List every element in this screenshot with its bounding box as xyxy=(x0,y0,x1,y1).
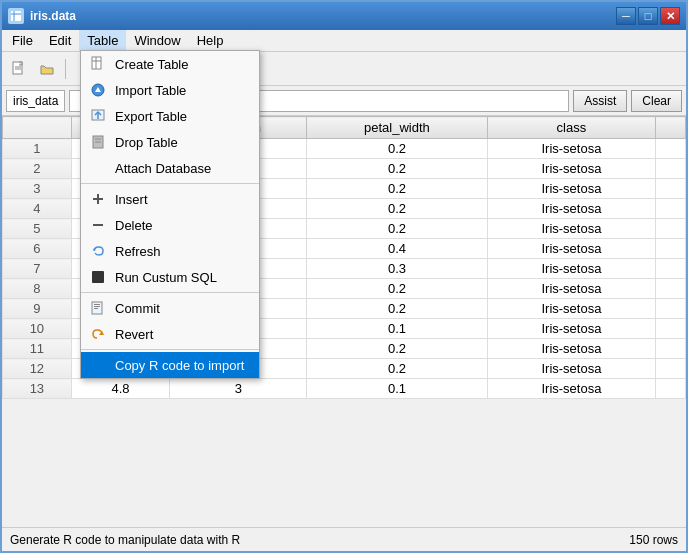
dropdown-item-export-table[interactable]: Export Table xyxy=(81,103,259,129)
dropdown-icon-insert xyxy=(89,190,107,208)
cell-extra xyxy=(656,259,686,279)
cell-extra xyxy=(656,159,686,179)
col-header-class[interactable]: class xyxy=(487,117,655,139)
svg-rect-28 xyxy=(94,308,98,309)
cell-petal_width[interactable]: 0.2 xyxy=(307,159,488,179)
assist-button[interactable]: Assist xyxy=(573,90,627,112)
cell-petal_width[interactable]: 0.3 xyxy=(307,259,488,279)
cell-petal_width[interactable]: 0.4 xyxy=(307,239,488,259)
cell-extra xyxy=(656,139,686,159)
dropdown-item-import-table[interactable]: Import Table xyxy=(81,77,259,103)
minimize-button[interactable]: ─ xyxy=(616,7,636,25)
dropdown-label-run-sql: Run Custum SQL xyxy=(115,270,217,285)
status-message: Generate R code to manipulate data with … xyxy=(10,533,240,547)
cell-petal_width[interactable]: 0.2 xyxy=(307,219,488,239)
cell-rownum: 4 xyxy=(3,199,72,219)
dropdown-item-attach-db[interactable]: Attach Database xyxy=(81,155,259,181)
cell-rownum: 2 xyxy=(3,159,72,179)
cell-class[interactable]: Iris-setosa xyxy=(487,259,655,279)
open-button[interactable] xyxy=(34,56,60,82)
cell-sepa[interactable]: 4.8 xyxy=(71,379,170,399)
cell-petal_width[interactable]: 0.2 xyxy=(307,279,488,299)
dropdown-item-refresh[interactable]: Refresh xyxy=(81,238,259,264)
dropdown-icon-commit xyxy=(89,299,107,317)
cell-extra xyxy=(656,339,686,359)
dropdown-item-create-table[interactable]: Create Table xyxy=(81,51,259,77)
close-button[interactable]: ✕ xyxy=(660,7,680,25)
cell-rownum: 3 xyxy=(3,179,72,199)
dropdown-item-insert[interactable]: Insert xyxy=(81,186,259,212)
cell-extra xyxy=(656,239,686,259)
cell-rownum: 1 xyxy=(3,139,72,159)
dropdown-item-commit[interactable]: Commit xyxy=(81,295,259,321)
cell-class[interactable]: Iris-setosa xyxy=(487,339,655,359)
cell-class[interactable]: Iris-setosa xyxy=(487,239,655,259)
svg-rect-26 xyxy=(94,304,100,305)
cell-class[interactable]: Iris-setosa xyxy=(487,279,655,299)
cell-petal_width[interactable]: 0.2 xyxy=(307,359,488,379)
dropdown-item-copy-r-code[interactable]: Copy R code to import xyxy=(81,352,259,378)
dropdown-item-run-sql[interactable]: Run Custum SQL xyxy=(81,264,259,290)
clear-button[interactable]: Clear xyxy=(631,90,682,112)
main-window: iris.data ─ □ ✕ File Edit Table Window H… xyxy=(0,0,688,553)
cell-rownum: 6 xyxy=(3,239,72,259)
db-label: iris_data xyxy=(6,90,65,112)
cell-class[interactable]: Iris-setosa xyxy=(487,199,655,219)
menu-help[interactable]: Help xyxy=(189,30,232,51)
table-row[interactable]: 134.830.1Iris-setosa xyxy=(3,379,686,399)
dropdown-label-copy-r-code: Copy R code to import xyxy=(115,358,244,373)
dropdown-icon-run-sql xyxy=(89,268,107,286)
toolbar-sep-1 xyxy=(65,59,66,79)
cell-petal_width[interactable]: 0.2 xyxy=(307,139,488,159)
cell-petal_width[interactable]: 0.2 xyxy=(307,339,488,359)
cell-rownum: 10 xyxy=(3,319,72,339)
dropdown-item-revert[interactable]: Revert xyxy=(81,321,259,347)
maximize-button[interactable]: □ xyxy=(638,7,658,25)
cell-petal_width[interactable]: 0.1 xyxy=(307,319,488,339)
window-controls: ─ □ ✕ xyxy=(616,7,680,25)
menu-edit[interactable]: Edit xyxy=(41,30,79,51)
dropdown-separator-4 xyxy=(81,183,259,184)
dropdown-item-drop-table[interactable]: Drop Table xyxy=(81,129,259,155)
cell-class[interactable]: Iris-setosa xyxy=(487,179,655,199)
dropdown-icon-copy-r-code xyxy=(89,356,107,374)
dropdown-icon-delete xyxy=(89,216,107,234)
cell-class[interactable]: Iris-setosa xyxy=(487,139,655,159)
cell-class[interactable]: Iris-setosa xyxy=(487,159,655,179)
cell-class[interactable]: Iris-setosa xyxy=(487,359,655,379)
dropdown-label-insert: Insert xyxy=(115,192,148,207)
dropdown-icon-import-table xyxy=(89,81,107,99)
dropdown-label-refresh: Refresh xyxy=(115,244,161,259)
cell-extra xyxy=(656,279,686,299)
cell-class[interactable]: Iris-setosa xyxy=(487,299,655,319)
col-header-petal_width[interactable]: petal_width xyxy=(307,117,488,139)
cell-petal_width[interactable]: 0.2 xyxy=(307,199,488,219)
cell-class[interactable]: Iris-setosa xyxy=(487,219,655,239)
cell-l_length[interactable]: 3 xyxy=(170,379,307,399)
menu-file[interactable]: File xyxy=(4,30,41,51)
new-button[interactable] xyxy=(6,56,32,82)
cell-extra xyxy=(656,219,686,239)
dropdown-separator-10 xyxy=(81,349,259,350)
dropdown-icon-export-table xyxy=(89,107,107,125)
dropdown-label-attach-db: Attach Database xyxy=(115,161,211,176)
menu-window[interactable]: Window xyxy=(126,30,188,51)
app-icon xyxy=(8,8,24,24)
cell-petal_width[interactable]: 0.1 xyxy=(307,379,488,399)
dropdown-label-revert: Revert xyxy=(115,327,153,342)
dropdown-label-import-table: Import Table xyxy=(115,83,186,98)
window-title: iris.data xyxy=(30,9,616,23)
cell-class[interactable]: Iris-setosa xyxy=(487,319,655,339)
cell-extra xyxy=(656,299,686,319)
cell-petal_width[interactable]: 0.2 xyxy=(307,179,488,199)
cell-petal_width[interactable]: 0.2 xyxy=(307,299,488,319)
col-header-extra xyxy=(656,117,686,139)
dropdown-icon-attach-db xyxy=(89,159,107,177)
cell-extra xyxy=(656,179,686,199)
menu-table[interactable]: Table xyxy=(79,30,126,51)
dropdown-label-commit: Commit xyxy=(115,301,160,316)
cell-rownum: 11 xyxy=(3,339,72,359)
cell-class[interactable]: Iris-setosa xyxy=(487,379,655,399)
cell-rownum: 7 xyxy=(3,259,72,279)
dropdown-item-delete[interactable]: Delete xyxy=(81,212,259,238)
